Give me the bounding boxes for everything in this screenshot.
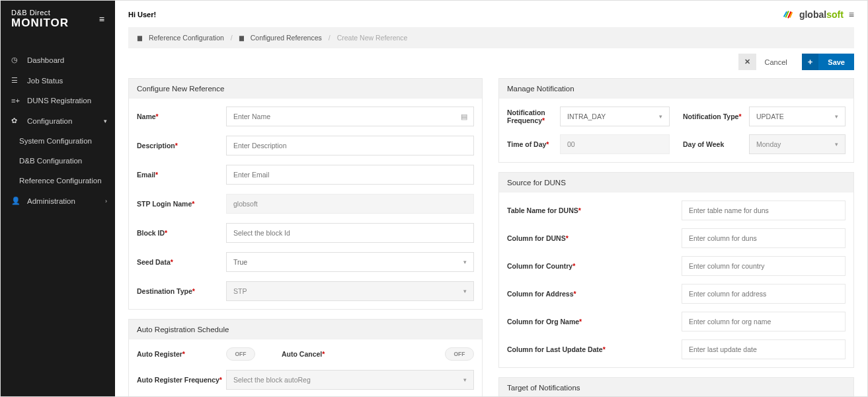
save-button-label: Save — [818, 54, 854, 70]
caret-down-icon: ▾ — [463, 288, 467, 294]
auto-register-toggle[interactable]: OFF — [226, 347, 255, 361]
breadcrumb-sep: / — [231, 34, 233, 42]
panel-auto-registration: Auto Registration Schedule Auto Register… — [128, 319, 483, 396]
sidebar-item-dashboard[interactable]: ◷ Dashboard — [1, 50, 115, 70]
column-country-label: Column for Country* — [507, 262, 682, 270]
cancel-button-label: Cancel — [756, 54, 795, 70]
column-address-input[interactable] — [682, 284, 846, 304]
auto-register-frequency-label: Auto Register Frequency* — [137, 376, 226, 384]
column-duns-label: Column for DUNS* — [507, 234, 682, 242]
caret-down-icon: ▾ — [659, 113, 662, 120]
notif-day-of-week-label: Day of Week — [683, 140, 749, 148]
auto-register-frequency-select[interactable]: Select the block autoReg ▾ — [226, 370, 474, 390]
brand-right-b: soft — [826, 9, 844, 20]
panel-header: Manage Notification — [499, 79, 853, 99]
row-email: Email* — [137, 165, 474, 185]
row-column-address: Column for Address* — [507, 284, 846, 304]
notification-type-select[interactable]: UPDATE ▾ — [749, 107, 846, 126]
row-notification-top: Notification Frequency* INTRA_DAY ▾ Noti… — [507, 107, 846, 126]
chevron-down-icon: ▾ — [104, 118, 107, 124]
notification-frequency-select[interactable]: INTRA_DAY ▾ — [560, 107, 670, 126]
sidebar-item-duns-registration[interactable]: ≡+ DUNS Registration — [1, 91, 115, 110]
description-input[interactable] — [226, 136, 474, 155]
row-description: Description* — [137, 136, 474, 155]
actions-row: ✕ Cancel + Save — [128, 54, 854, 70]
sidebar-item-db-configuration[interactable]: D&B Configuration — [1, 151, 115, 171]
column-last-update-label: Column for Last Update Date* — [507, 345, 682, 353]
left-column: Configure New Reference Name* ▤ Descript… — [128, 78, 483, 396]
column-org-name-label: Column for Org Name* — [507, 318, 682, 326]
job-status-icon: ☰ — [11, 76, 22, 85]
notif-time-of-day-label: Time of Day* — [507, 140, 560, 148]
panel-target-notifications: Target of Notifications Landing Table Na… — [498, 377, 854, 396]
destination-type-select[interactable]: STP ▾ — [226, 281, 474, 301]
seed-data-value: True — [233, 258, 247, 266]
hamburger-icon[interactable]: ≡ — [99, 14, 104, 24]
notif-time-of-day-input[interactable] — [560, 134, 670, 154]
caret-down-icon: ▾ — [835, 113, 838, 120]
chevron-right-icon: › — [105, 198, 107, 204]
panel-body: Notification Frequency* INTRA_DAY ▾ Noti… — [499, 99, 853, 162]
name-label: Name* — [137, 112, 226, 120]
sidebar-nav: ◷ Dashboard ☰ Job Status ≡+ DUNS Registr… — [1, 50, 115, 211]
panel-header: Auto Registration Schedule — [129, 320, 482, 339]
column-last-update-input[interactable] — [682, 339, 846, 359]
panel-body: Table Name for DUNS* Column for DUNS* Co… — [499, 193, 853, 367]
email-input[interactable] — [226, 165, 474, 185]
panel-header: Configure New Reference — [129, 79, 482, 99]
dashboard-icon: ◷ — [11, 56, 22, 64]
sidebar-item-job-status[interactable]: ☰ Job Status — [1, 70, 115, 91]
breadcrumb-a[interactable]: Reference Configuration — [149, 34, 224, 42]
sidebar-header: D&B Direct MONITOR ≡ — [1, 1, 115, 38]
block-id-input[interactable] — [226, 223, 474, 243]
auto-register-label: Auto Register* — [137, 350, 226, 358]
notif-day-of-week-value: Monday — [756, 140, 781, 148]
stp-login-label: STP Login Name* — [137, 200, 226, 208]
breadcrumb-sep: / — [329, 34, 331, 42]
caret-down-icon: ▾ — [463, 376, 467, 383]
save-button[interactable]: + Save — [802, 54, 854, 70]
row-auto-register: Auto Register* OFF Auto Cancel* OFF — [137, 347, 474, 361]
row-stp-login: STP Login Name* — [137, 194, 474, 214]
notif-day-of-week-select[interactable]: Monday ▾ — [749, 134, 846, 154]
column-org-name-input[interactable] — [682, 312, 846, 331]
sidebar-item-label: Administration — [27, 197, 75, 205]
brand-right: globalsoft ≡ — [782, 9, 854, 21]
row-name: Name* ▤ — [137, 107, 474, 126]
stp-login-input — [226, 194, 474, 214]
sidebar-item-configuration[interactable]: ✿ Configuration ▾ — [1, 110, 115, 131]
table-name-duns-input[interactable] — [682, 200, 846, 220]
auto-reg-freq-placeholder: Select the block autoReg — [233, 376, 311, 384]
panel-header: Target of Notifications — [499, 378, 853, 396]
brand-right-text: globalsoft — [799, 9, 844, 20]
duns-reg-icon: ≡+ — [11, 97, 22, 105]
menu-icon[interactable]: ≡ — [849, 9, 854, 20]
sidebar: D&B Direct MONITOR ≡ ◷ Dashboard ☰ Job S… — [1, 1, 115, 396]
sidebar-item-administration[interactable]: 👤 Administration › — [1, 191, 115, 211]
panel-manage-notification: Manage Notification Notification Frequen… — [498, 78, 854, 163]
globe-icon — [782, 9, 794, 21]
sidebar-item-label: DUNS Registration — [27, 97, 91, 105]
content: Hi User! globalsoft ≡ ▆ Reference Config… — [115, 1, 867, 396]
column-country-input[interactable] — [682, 256, 846, 276]
caret-down-icon: ▾ — [835, 141, 838, 148]
sidebar-item-system-configuration[interactable]: System Configuration — [1, 131, 115, 151]
sidebar-item-reference-configuration[interactable]: Reference Configuration — [1, 171, 115, 191]
row-column-last-update: Column for Last Update Date* — [507, 339, 846, 359]
row-column-country: Column for Country* — [507, 256, 846, 276]
auto-cancel-toggle[interactable]: OFF — [445, 347, 474, 361]
sidebar-item-label: Configuration — [27, 117, 72, 125]
right-column: Manage Notification Notification Frequen… — [498, 78, 854, 396]
cancel-button[interactable]: ✕ Cancel — [738, 54, 795, 70]
breadcrumb-current: Create New Reference — [337, 34, 408, 42]
folder-icon: ▆ — [239, 34, 244, 41]
name-input[interactable] — [226, 107, 474, 126]
panels: Configure New Reference Name* ▤ Descript… — [128, 78, 854, 396]
breadcrumb-b[interactable]: Configured References — [251, 34, 322, 42]
topbar: Hi User! globalsoft ≡ — [128, 6, 854, 27]
column-duns-input[interactable] — [682, 228, 846, 248]
panel-body: Auto Register* OFF Auto Cancel* OFF Auto… — [129, 339, 482, 396]
seed-data-select[interactable]: True ▾ — [226, 252, 474, 272]
notification-type-label: Notification Type* — [683, 112, 749, 120]
greeting: Hi User! — [128, 11, 156, 19]
